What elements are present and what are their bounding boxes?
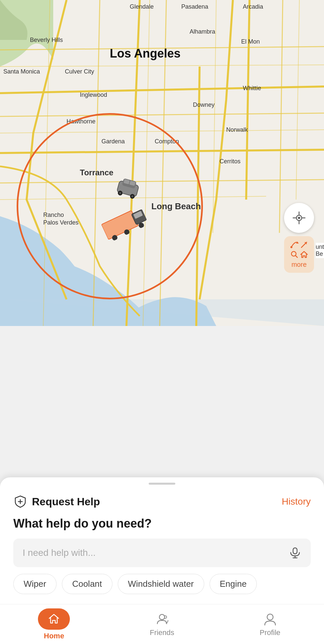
request-title-group: Request Help (13, 495, 100, 509)
svg-point-21 (290, 246, 292, 248)
nav-item-home[interactable]: Home (0, 608, 108, 640)
request-title: Request Help (32, 496, 100, 508)
bottom-nav: Home Friends Profile (0, 604, 324, 644)
tag-windshield-water[interactable]: Windshield water (118, 574, 204, 594)
history-link[interactable]: History (282, 496, 311, 507)
tag-wiper[interactable]: Wiper (13, 574, 57, 594)
svg-line-25 (295, 255, 297, 257)
search-box[interactable]: I need help with... (13, 539, 311, 567)
svg-rect-28 (293, 548, 297, 554)
help-question: What help do you need? (13, 517, 311, 531)
home-label: Home (44, 632, 64, 640)
search-placeholder: I need help with... (23, 548, 95, 558)
more-button[interactable]: more (284, 236, 314, 273)
request-header: Request Help History (13, 495, 311, 509)
sheet-handle (149, 483, 175, 485)
tag-engine[interactable]: Engine (210, 574, 257, 594)
svg-point-31 (159, 614, 165, 620)
friends-icon (155, 612, 169, 626)
friends-label: Friends (150, 628, 174, 637)
nav-item-profile[interactable]: Profile (216, 612, 324, 637)
partial-text: untBe (316, 243, 324, 258)
tag-coolant[interactable]: Coolant (62, 574, 112, 594)
profile-icon (263, 612, 277, 626)
home-icon-bg (38, 608, 70, 630)
quick-tags: Wiper Coolant Windshield water Engine (13, 574, 311, 594)
location-button[interactable] (284, 203, 314, 233)
profile-label: Profile (260, 628, 280, 637)
home-icon (48, 613, 60, 625)
svg-point-20 (298, 217, 300, 219)
more-label: more (291, 261, 307, 268)
mic-icon[interactable] (289, 547, 301, 559)
more-icons-grid (290, 241, 308, 259)
nav-item-friends[interactable]: Friends (108, 612, 216, 637)
map-container: Glendale Pasadena Arcadia Beverly Hills … (0, 0, 324, 326)
shield-icon (13, 495, 27, 509)
bottom-sheet: Request Help History What help do you ne… (0, 477, 324, 604)
svg-point-32 (267, 614, 273, 620)
